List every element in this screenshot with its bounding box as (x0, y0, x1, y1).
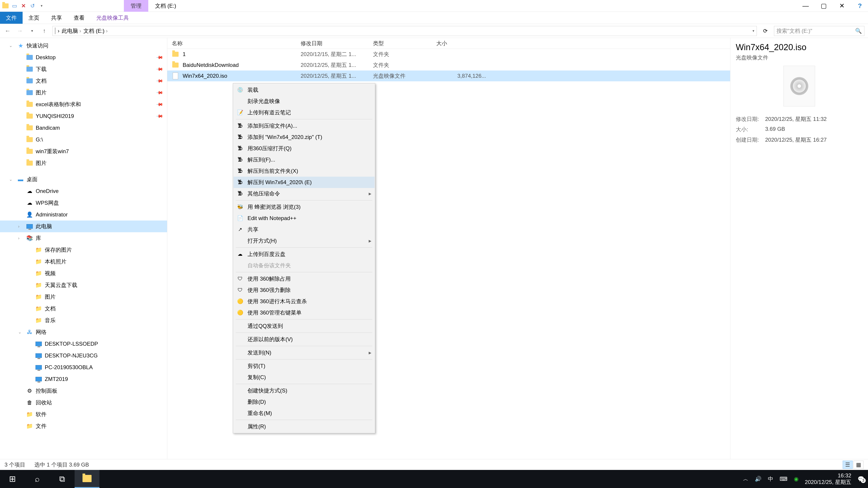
context-menu-item[interactable]: 🗜 其他压缩命令 ▸ (234, 188, 375, 199)
breadcrumb[interactable]: › 此电脑› 文档 (E:)› ▾ (53, 26, 757, 36)
view-icons-button[interactable]: ▦ (854, 461, 864, 469)
context-menu-item[interactable]: 🟡 使用 360管理右键菜单 (234, 307, 375, 318)
expand-icon[interactable]: ⌄ (18, 330, 24, 335)
tree-library-item[interactable]: 📁 本机照片 (0, 256, 167, 267)
tree-library-item[interactable]: 📁 视频 (0, 267, 167, 279)
context-menu-item[interactable]: 🗜 解压到 Win7x64_2020\ (E) (234, 177, 375, 188)
tree-item[interactable]: 🗑 回收站 (0, 397, 167, 409)
ribbon-tab-home[interactable]: 主页 (23, 12, 45, 24)
column-date[interactable]: 修改日期 (301, 40, 373, 47)
minimize-button[interactable]: — (801, 1, 810, 10)
expand-icon[interactable]: ⌄ (9, 43, 14, 48)
ribbon-tab-file[interactable]: 文件 (0, 12, 23, 24)
context-menu-item[interactable]: 刻录光盘映像 (234, 96, 375, 107)
context-menu-item[interactable]: 复制(C) (234, 372, 375, 383)
context-menu-item[interactable]: 📄 Edit with Notepad++ (234, 213, 375, 224)
ribbon-tab-view[interactable]: 查看 (68, 12, 90, 24)
nav-forward-button[interactable]: → (16, 27, 24, 35)
column-name[interactable]: 名称 (172, 40, 301, 47)
tree-desktop-root[interactable]: ⌄ ▬ 桌面 (0, 173, 167, 185)
tree-quick-access[interactable]: ⌄ ★ 快速访问 (0, 40, 167, 52)
tree-library-item[interactable]: 📁 图片 (0, 291, 167, 303)
breadcrumb-item[interactable]: 此电脑› (62, 27, 81, 35)
tree-desktop-item[interactable]: ☁ OneDrive (0, 185, 167, 197)
tree-quick-item[interactable]: win7重装win7 (0, 145, 167, 157)
expand-icon[interactable]: › (18, 236, 24, 240)
file-row[interactable]: 1 2020/12/15, 星期二 1... 文件夹 (167, 49, 730, 60)
navigation-pane[interactable]: ⌄ ★ 快速访问 Desktop 📌 下载 📌 文档 📌 图片 📌 excel表… (0, 38, 167, 459)
nav-up-button[interactable]: ↑ (40, 27, 49, 35)
tree-quick-item[interactable]: 下载 📌 (0, 63, 167, 75)
context-menu-item[interactable]: 删除(D) (234, 396, 375, 408)
context-menu-item[interactable]: 重命名(M) (234, 408, 375, 419)
tree-network-item[interactable]: DESKTOP-NJEU3CG (0, 350, 167, 361)
ribbon-tab-disc-tools[interactable]: 光盘映像工具 (90, 12, 135, 24)
tray-action-center-icon[interactable]: 💬3 (858, 476, 864, 482)
tree-item[interactable]: ⚙ 控制面板 (0, 385, 167, 397)
tree-network-item[interactable]: ZMT2019 (0, 373, 167, 385)
close-button[interactable]: ✕ (837, 1, 846, 10)
help-button[interactable]: ? (855, 1, 864, 10)
qat-delete-icon[interactable]: ✕ (20, 3, 27, 9)
tree-library-item[interactable]: 📁 保存的图片 (0, 244, 167, 256)
tree-desktop-item[interactable]: ☁ WPS网盘 (0, 197, 167, 209)
context-menu-item[interactable]: 打开方式(H) ▸ (234, 235, 375, 247)
tree-quick-item[interactable]: 图片 (0, 157, 167, 169)
tree-quick-item[interactable]: 文档 📌 (0, 75, 167, 87)
context-menu-item[interactable]: 🛡 使用 360解除占用 (234, 273, 375, 285)
context-menu-item[interactable]: 🗜 用360压缩打开(Q) (234, 143, 375, 154)
search-button[interactable]: ⌕ (25, 470, 50, 488)
qat-undo-icon[interactable]: ↺ (29, 3, 36, 9)
search-input[interactable]: 搜索"文档 (E:)" 🔍 (774, 26, 864, 36)
tree-library-item[interactable]: 📁 音乐 (0, 315, 167, 326)
context-menu-item[interactable]: 🗜 解压到当前文件夹(X) (234, 165, 375, 177)
tree-desktop-item[interactable]: 👤 Administrator (0, 209, 167, 221)
context-menu-item[interactable]: 创建快捷方式(S) (234, 385, 375, 396)
context-menu-item[interactable]: 🗜 添加到 "Win7x64_2020.zip" (T) (234, 131, 375, 143)
file-row[interactable]: Win7x64_2020.iso 2020/12/25, 星期五 1... 光盘… (167, 70, 730, 81)
tray-clock[interactable]: 16:32 2020/12/25, 星期五 (805, 473, 851, 486)
column-size[interactable]: 大小 (436, 40, 495, 47)
tree-quick-item[interactable]: G:\ (0, 134, 167, 145)
breadcrumb-item[interactable]: 文档 (E:)› (84, 27, 107, 35)
tree-item[interactable]: 📁 文件 (0, 420, 167, 432)
task-view-button[interactable]: ⧉ (50, 470, 74, 488)
nav-history-dropdown[interactable]: ▾ (28, 27, 36, 35)
tray-keyboard-icon[interactable]: ⌨ (780, 476, 787, 482)
context-menu-item[interactable]: 💿 装载 (234, 84, 375, 96)
address-dropdown-icon[interactable]: ▾ (752, 29, 754, 33)
taskbar-explorer[interactable] (74, 470, 99, 488)
nav-back-button[interactable]: ← (4, 27, 12, 35)
tree-library-item[interactable]: 📁 文档 (0, 303, 167, 315)
tree-network[interactable]: ⌄ 🖧 网络 (0, 326, 167, 338)
context-menu-item[interactable]: 还原以前的版本(V) (234, 334, 375, 345)
context-menu-item[interactable]: 属性(R) (234, 421, 375, 432)
refresh-button[interactable]: ⟳ (761, 26, 770, 36)
tree-desktop-item[interactable]: › 📚 库 (0, 232, 167, 244)
context-menu-item[interactable]: ☁ 上传到百度云盘 (234, 249, 375, 260)
context-menu-item[interactable]: 🗜 添加到压缩文件(A)... (234, 120, 375, 131)
tray-ime-indicator[interactable]: 中 (768, 475, 773, 483)
tray-chevron-up-icon[interactable]: ︿ (743, 475, 748, 483)
tray-360-icon[interactable]: ◉ (794, 476, 799, 482)
context-menu-item[interactable]: ↗ 共享 (234, 224, 375, 235)
qat-properties-icon[interactable]: ▭ (11, 3, 18, 9)
context-menu-item[interactable]: 📝 上传到有道云笔记 (234, 107, 375, 118)
context-menu[interactable]: 💿 装载 刻录光盘映像 📝 上传到有道云笔记 🗜 添加到压缩文件(A)... 🗜… (233, 83, 375, 433)
tree-network-item[interactable]: DESKTOP-LSSOEDP (0, 338, 167, 350)
context-menu-item[interactable]: 发送到(N) ▸ (234, 347, 375, 358)
context-menu-item[interactable]: 剪切(T) (234, 360, 375, 372)
tree-quick-item[interactable]: YUNQISHI2019 📌 (0, 110, 167, 122)
tree-quick-item[interactable]: Bandicam (0, 122, 167, 134)
tree-item[interactable]: 📁 软件 (0, 409, 167, 420)
ribbon-tab-share[interactable]: 共享 (45, 12, 68, 24)
file-row[interactable]: BaiduNetdiskDownload 2020/12/25, 星期五 1..… (167, 60, 730, 70)
tree-desktop-item[interactable]: › 此电脑 (0, 221, 167, 232)
tray-volume-icon[interactable]: 🔊 (755, 476, 762, 482)
expand-icon[interactable]: › (18, 224, 24, 229)
tree-quick-item[interactable]: excel表格制作求和 📌 (0, 98, 167, 110)
expand-icon[interactable]: ⌄ (9, 177, 14, 182)
context-menu-item[interactable]: 🗜 解压到(F)... (234, 154, 375, 165)
context-menu-item[interactable]: 🛡 使用 360强力删除 (234, 285, 375, 296)
view-details-button[interactable]: ☰ (843, 461, 852, 469)
